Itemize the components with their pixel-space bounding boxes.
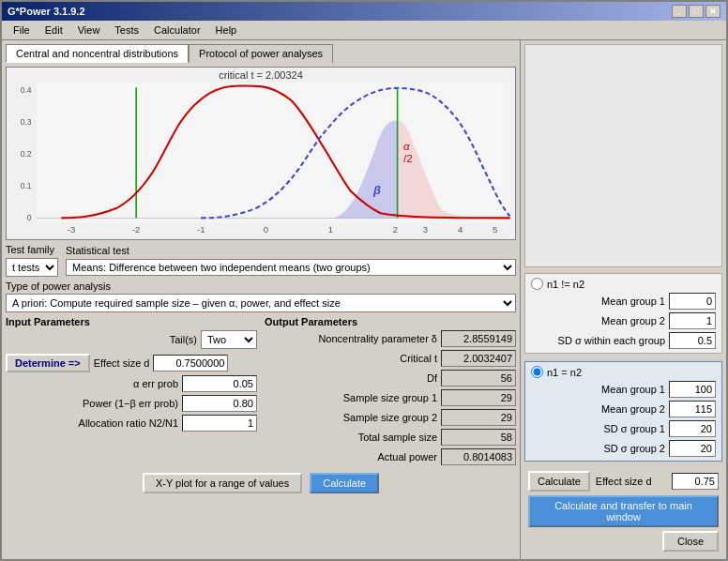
sd1-eq-input[interactable] xyxy=(669,420,716,437)
power-analysis-select[interactable]: A priori: Compute required sample size –… xyxy=(6,294,516,312)
close-button-right[interactable]: Close xyxy=(662,531,719,552)
n1-eq-n2-fields: Mean group 1 Mean group 2 SD σ group 1 S… xyxy=(531,381,716,457)
determine-row: Determine => Effect size d xyxy=(6,354,257,372)
n1-ne-n2-radio[interactable] xyxy=(531,278,543,290)
allocation-input[interactable] xyxy=(182,415,257,432)
critical-t-value xyxy=(441,350,516,367)
menu-tests[interactable]: Tests xyxy=(107,23,146,38)
alpha-label: α err prob xyxy=(133,378,178,389)
mean2-ne-input[interactable] xyxy=(669,312,716,329)
distribution-chart: -3 -2 -1 0 1 2 3 4 5 0 0.1 0.2 0.3 0.4 xyxy=(7,83,515,237)
alpha-row: α err prob xyxy=(6,375,257,392)
n1-eq-n2-radio[interactable] xyxy=(531,366,543,378)
menu-view[interactable]: View xyxy=(70,23,108,38)
tails-label: Tail(s) xyxy=(170,334,197,345)
power-input[interactable] xyxy=(182,395,257,412)
menu-calculator[interactable]: Calculator xyxy=(146,23,208,38)
tab-distributions[interactable]: Central and noncentral distributions xyxy=(6,44,189,63)
svg-text:0.2: 0.2 xyxy=(21,150,32,159)
output-params-box: Output Parameters Noncentrality paramete… xyxy=(265,316,516,465)
svg-text:β: β xyxy=(372,184,381,197)
sd1-eq-row: SD σ group 1 xyxy=(531,420,716,437)
df-label: Df xyxy=(427,372,437,384)
mean2-eq-input[interactable] xyxy=(669,401,716,417)
params-row: Input Parameters Tail(s) Two Determine =… xyxy=(6,316,516,465)
total-label: Total sample size xyxy=(358,432,437,443)
sd-ne-input[interactable] xyxy=(669,332,716,349)
n1-eq-n2-group: n1 = n2 Mean group 1 Mean group 2 SD σ g… xyxy=(524,361,722,462)
effect-size-d-input[interactable] xyxy=(672,473,719,490)
mean2-ne-row: Mean group 2 xyxy=(531,312,716,329)
svg-text:1: 1 xyxy=(328,224,333,235)
tab-protocol[interactable]: Protocol of power analyses xyxy=(189,44,333,63)
mean1-eq-row: Mean group 1 xyxy=(531,381,716,398)
sample2-row: Sample size group 2 xyxy=(265,409,516,426)
alpha-input[interactable] xyxy=(182,375,257,392)
n1-ne-n2-radio-row: n1 != n2 xyxy=(531,278,716,290)
svg-text:0.1: 0.1 xyxy=(21,182,32,191)
close-button[interactable]: ✕ xyxy=(705,5,720,18)
mean1-ne-input[interactable] xyxy=(669,293,716,310)
sd2-eq-input[interactable] xyxy=(669,440,716,457)
n1-eq-n2-radio-row: n1 = n2 xyxy=(531,366,716,378)
test-family-label: Test family xyxy=(6,244,58,255)
critical-t-label: Critical t xyxy=(400,353,437,364)
main-window: G*Power 3.1.9.2 _ □ ✕ File Edit View Tes… xyxy=(0,0,728,561)
calc-transfer-button[interactable]: Calculate and transfer to main window xyxy=(528,495,719,527)
test-family-select[interactable]: t tests xyxy=(6,258,58,277)
input-params-title: Input Parameters xyxy=(6,316,257,327)
allocation-row: Allocation ratio N2/N1 xyxy=(6,415,257,432)
window-title: G*Power 3.1.9.2 xyxy=(8,6,85,17)
tab-bar: Central and noncentral distributions Pro… xyxy=(6,44,516,63)
sample2-value xyxy=(441,409,516,426)
determine-button[interactable]: Determine => xyxy=(6,354,90,372)
right-bottom: Calculate Effect size d Calculate and tr… xyxy=(524,467,722,555)
sample1-row: Sample size group 1 xyxy=(265,389,516,406)
sd-ne-row: SD σ within each group xyxy=(531,332,716,349)
right-calculate-button[interactable]: Calculate xyxy=(528,471,590,492)
noncentrality-row: Noncentrality parameter δ xyxy=(265,330,516,347)
chart-title: critical t = 2.00324 xyxy=(7,68,515,83)
sd2-eq-label: SD σ group 2 xyxy=(531,443,665,454)
svg-text:0.3: 0.3 xyxy=(21,117,32,127)
noncentrality-value xyxy=(441,330,516,347)
n1-ne-n2-group: n1 != n2 Mean group 1 Mean group 2 SD σ … xyxy=(524,273,722,354)
effect-size-input[interactable] xyxy=(153,355,228,371)
sd1-eq-label: SD σ group 1 xyxy=(531,423,665,434)
actual-power-row: Actual power xyxy=(265,448,516,465)
svg-text:2: 2 xyxy=(393,224,398,235)
menu-bar: File Edit View Tests Calculator Help xyxy=(2,21,726,40)
statistical-test-select[interactable]: Means: Difference between two independen… xyxy=(66,259,516,276)
n1-eq-n2-label: n1 = n2 xyxy=(547,367,582,378)
tails-select[interactable]: Two xyxy=(201,330,257,349)
menu-edit[interactable]: Edit xyxy=(38,23,70,38)
calculate-button[interactable]: Calculate xyxy=(310,473,379,493)
tails-row: Tail(s) Two xyxy=(6,330,257,349)
n1-ne-n2-fields: Mean group 1 Mean group 2 SD σ within ea… xyxy=(531,293,716,349)
right-top-area xyxy=(524,44,722,267)
actual-power-label: Actual power xyxy=(377,451,437,462)
menu-help[interactable]: Help xyxy=(208,23,245,38)
actual-power-value xyxy=(441,448,516,465)
mean1-eq-input[interactable] xyxy=(669,381,716,398)
statistical-test-label: Statistical test xyxy=(66,245,516,256)
output-params-title: Output Parameters xyxy=(265,316,516,327)
svg-text:α: α xyxy=(403,141,410,152)
svg-text:3: 3 xyxy=(423,224,428,235)
df-row: Df xyxy=(265,370,516,387)
svg-text:-3: -3 xyxy=(68,224,76,235)
maximize-button[interactable]: □ xyxy=(689,5,704,18)
df-value xyxy=(441,370,516,387)
sd2-eq-row: SD σ group 2 xyxy=(531,440,716,457)
test-row: Test family t tests Statistical test Mea… xyxy=(6,244,516,277)
effect-size-d-label: Effect size d xyxy=(596,476,666,487)
mean1-ne-row: Mean group 1 xyxy=(531,293,716,310)
xy-plot-button[interactable]: X-Y plot for a range of values xyxy=(143,473,302,493)
power-row: Power (1−β err prob) xyxy=(6,395,257,412)
menu-file[interactable]: File xyxy=(6,23,38,38)
svg-rect-0 xyxy=(37,83,510,223)
minimize-button[interactable]: _ xyxy=(672,5,687,18)
critical-t-row: Critical t xyxy=(265,350,516,367)
title-bar: G*Power 3.1.9.2 _ □ ✕ xyxy=(2,2,726,21)
test-family-group: Test family t tests xyxy=(6,244,58,277)
